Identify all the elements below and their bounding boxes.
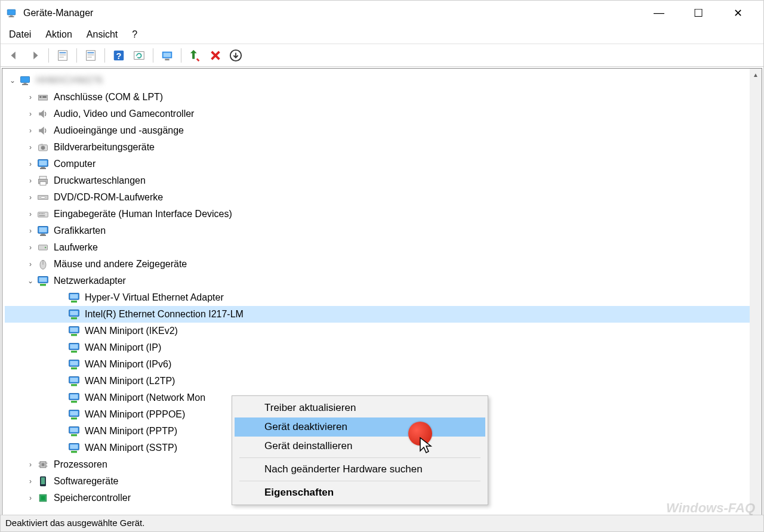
title-bar: Geräte-Manager — ☐ ✕ [1, 1, 763, 26]
disc-icon [36, 191, 50, 204]
toolbar [1, 44, 763, 67]
chip-icon [36, 491, 50, 505]
back-button[interactable] [5, 47, 23, 64]
expand-icon[interactable]: › [25, 156, 36, 172]
tree-category-audio-video[interactable]: ›Audio, Video und Gamecontroller [5, 106, 759, 122]
context-properties[interactable]: Eigenschaften [235, 483, 485, 502]
toolbar-separator [104, 48, 105, 63]
monitor-icon [36, 224, 50, 237]
device-tree-panel: ⌄ HHMXCHW276 ›Anschlüsse (COM & LPT) ›Au… [2, 68, 762, 528]
network-icon [67, 441, 81, 454]
tree-category-ports[interactable]: ›Anschlüsse (COM & LPT) [5, 89, 759, 106]
show-hide-console-button[interactable] [54, 47, 72, 64]
expand-icon[interactable]: › [25, 239, 36, 256]
expand-icon[interactable]: › [25, 256, 36, 273]
root-label: HHMXCHW276 [36, 72, 103, 89]
context-menu: Treiber aktualisieren Gerät deaktivieren… [232, 395, 488, 505]
toolbar-separator [48, 48, 49, 63]
context-update-driver[interactable]: Treiber aktualisieren [235, 398, 485, 417]
tree-category-dvdcd[interactable]: ›DVD/CD-ROM-Laufwerke [5, 189, 759, 206]
expand-icon[interactable]: › [25, 106, 36, 122]
network-icon [67, 358, 81, 371]
network-icon [67, 291, 81, 304]
watermark: Windows-FAQ [666, 500, 755, 516]
network-icon [67, 408, 81, 421]
expand-icon[interactable]: › [25, 122, 36, 139]
scroll-up-icon[interactable]: ▲ [750, 69, 762, 81]
uninstall-device-button[interactable] [186, 47, 204, 64]
mouse-icon [36, 258, 50, 271]
vertical-scrollbar[interactable]: ▲ ▼ [750, 69, 762, 528]
tree-root[interactable]: ⌄ HHMXCHW276 [5, 72, 759, 89]
drive-icon [36, 241, 50, 254]
toolbar-separator [153, 48, 153, 63]
status-bar: Deaktiviert das ausgewählte Gerät. [1, 515, 763, 531]
expand-icon[interactable]: › [25, 139, 36, 156]
expand-icon[interactable]: › [25, 206, 36, 222]
tree-category-network[interactable]: ⌄Netzwerkadapter [5, 273, 759, 289]
tree-category-drives[interactable]: ›Laufwerke [5, 239, 759, 256]
disable-button[interactable] [227, 47, 245, 64]
software-device-icon [36, 475, 50, 488]
cpu-icon [36, 458, 50, 471]
speaker-icon [36, 107, 50, 120]
tree-device[interactable]: WAN Miniport (IP) [5, 339, 759, 356]
tree-device-selected[interactable]: Intel(R) Ethernet Connection I217-LM [5, 306, 759, 323]
menu-help[interactable]: ? [132, 29, 137, 40]
network-icon [67, 375, 81, 388]
cursor-icon [419, 437, 433, 454]
network-icon [67, 341, 81, 354]
speaker-icon [36, 124, 50, 137]
update-driver-button[interactable] [158, 47, 176, 64]
help-button[interactable] [110, 47, 128, 64]
keyboard-icon [36, 208, 50, 221]
menu-action[interactable]: Aktion [45, 29, 72, 40]
menu-separator [239, 481, 480, 481]
forward-button[interactable] [26, 47, 44, 64]
tree-device[interactable]: WAN Miniport (L2TP) [5, 373, 759, 389]
menu-view[interactable]: Ansicht [87, 29, 118, 40]
maximize-button[interactable]: ☐ [689, 7, 707, 20]
context-uninstall-device[interactable]: Gerät deinstallieren [235, 437, 485, 456]
status-text: Deaktiviert das ausgewählte Gerät. [5, 518, 144, 528]
toolbar-separator [181, 48, 181, 63]
network-icon [67, 391, 81, 404]
menu-separator [239, 457, 480, 458]
expand-icon[interactable]: › [25, 222, 36, 239]
close-button[interactable]: ✕ [729, 7, 747, 20]
minimize-button[interactable]: — [650, 7, 668, 20]
expand-icon[interactable]: › [25, 172, 36, 189]
tree-category-computer[interactable]: ›Computer [5, 156, 759, 172]
tree-device[interactable]: Hyper-V Virtual Ethernet Adapter [5, 289, 759, 306]
toolbar-separator [76, 48, 77, 63]
expand-icon[interactable]: › [25, 473, 36, 490]
tree-category-imaging[interactable]: ›Bildverarbeitungsgeräte [5, 139, 759, 156]
tree-device[interactable]: WAN Miniport (IPv6) [5, 356, 759, 373]
context-scan-hardware[interactable]: Nach geänderter Hardware suchen [235, 460, 485, 479]
collapse-icon[interactable]: ⌄ [25, 273, 36, 289]
tree-category-hid[interactable]: ›Eingabegeräte (Human Interface Devices) [5, 206, 759, 222]
properties-button[interactable] [82, 47, 100, 64]
expand-icon[interactable]: › [25, 490, 36, 506]
tree-category-audio-io[interactable]: ›Audioeingänge und -ausgänge [5, 122, 759, 139]
network-icon [67, 425, 81, 438]
expand-icon[interactable]: › [25, 189, 36, 206]
tree-device[interactable]: WAN Miniport (IKEv2) [5, 323, 759, 339]
menu-file[interactable]: Datei [9, 29, 31, 40]
collapse-icon[interactable]: ⌄ [7, 72, 18, 89]
window-title: Geräte-Manager [23, 8, 93, 18]
expand-icon[interactable]: › [25, 456, 36, 473]
network-icon [36, 274, 50, 287]
expand-icon[interactable]: › [25, 89, 36, 106]
delete-button[interactable] [207, 47, 224, 64]
printer-icon [36, 174, 50, 187]
network-icon [67, 324, 81, 338]
monitor-icon [36, 157, 50, 171]
app-icon [5, 7, 17, 19]
scan-hardware-button[interactable] [130, 47, 148, 64]
port-icon [36, 91, 50, 104]
tree-category-mice[interactable]: ›Mäuse und andere Zeigegeräte [5, 256, 759, 273]
tree-category-print-queues[interactable]: ›Druckwarteschlangen [5, 172, 759, 189]
tree-category-graphics[interactable]: ›Grafikkarten [5, 222, 759, 239]
context-disable-device[interactable]: Gerät deaktivieren [235, 417, 485, 437]
